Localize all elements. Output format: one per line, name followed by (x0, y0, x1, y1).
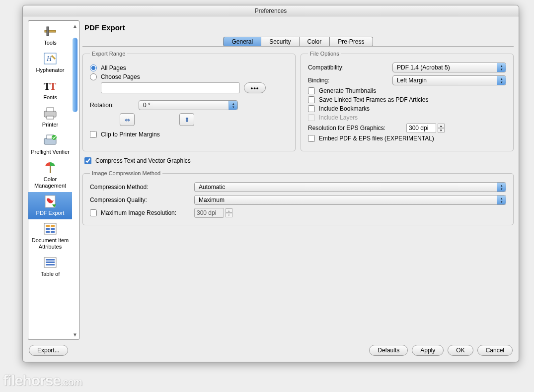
svg-rect-8 (47, 116, 54, 119)
rotation-label: Rotation: (90, 102, 135, 109)
tab-bar: General Security Color Pre-Press (82, 37, 514, 47)
clip-label: Clip to Printer Margins (101, 131, 160, 138)
tab-general[interactable]: General (223, 37, 261, 47)
sidebar-item-label: Color Management (29, 176, 71, 189)
compression-method-value: Automatic (199, 184, 225, 191)
svg-rect-17 (51, 228, 55, 230)
mirror-vertical-button[interactable]: ⇕ (179, 113, 194, 126)
tab-pre-press[interactable]: Pre-Press (330, 37, 373, 47)
sidebar-item-hyphenator[interactable]: H Hyphenator (28, 49, 72, 76)
scroll-up-arrow-icon[interactable]: ▲ (72, 23, 78, 29)
generate-thumbnails-checkbox[interactable] (308, 87, 315, 94)
compatibility-select[interactable]: PDF 1.4 (Acrobat 5) (392, 63, 506, 72)
save-linked-frames-checkbox[interactable] (308, 96, 315, 103)
main-panel: PDF Export General Security Color Pre-Pr… (82, 20, 514, 340)
file-options-group: File Options Compatibility: PDF 1.4 (Acr… (301, 51, 514, 151)
svg-rect-23 (46, 264, 55, 265)
sidebar-item-document-item-attributes[interactable]: Document Item Attributes (28, 219, 72, 253)
sidebar: Tools H Hyphenator TT Fonts (28, 20, 79, 340)
sidebar-item-fonts[interactable]: TT Fonts (28, 76, 72, 104)
all-pages-radio[interactable] (90, 65, 97, 71)
pdf-export-icon (42, 194, 59, 209)
include-layers-label: Include Layers (319, 114, 358, 121)
max-image-resolution-label: Maximum Image Resolution: (101, 209, 176, 216)
defaults-button[interactable]: Defaults (369, 345, 408, 356)
watermark-suffix: .com (61, 377, 82, 388)
eps-res-step-up[interactable]: ▴ (438, 124, 445, 128)
scroll-thumb[interactable] (73, 38, 77, 112)
sidebar-scrollbar[interactable]: ▲ ▼ (72, 23, 78, 337)
embed-pdf-eps-label: Embed PDF & EPS files (EXPERIMENTAL) (319, 135, 434, 142)
include-bookmarks-checkbox[interactable] (308, 105, 315, 112)
compression-quality-select[interactable]: Maximum (194, 195, 506, 205)
image-compression-group: Image Compression Method Compression Met… (82, 170, 514, 225)
svg-rect-7 (47, 108, 54, 112)
export-range-group: Export Range All Pages Choose Pages ••• (82, 51, 296, 151)
embed-pdf-eps-checkbox[interactable] (308, 135, 315, 142)
apply-button[interactable]: Apply (412, 345, 444, 356)
panel-heading: PDF Export (82, 20, 514, 37)
select-stepper-icon (497, 183, 506, 192)
compression-method-label: Compression Method: (90, 184, 189, 191)
svg-rect-1 (47, 27, 49, 36)
save-linked-frames-label: Save Linked Text Frames as PDF Articles (319, 96, 429, 103)
sidebar-item-preflight-verifier[interactable]: Preflight Verifier (28, 131, 72, 158)
sidebar-item-pdf-export[interactable]: PDF Export (28, 192, 72, 219)
sidebar-item-tools[interactable]: Tools (28, 22, 72, 49)
max-res-step-up: ▴ (226, 208, 232, 213)
sidebar-item-printer[interactable]: Printer (28, 104, 72, 131)
sidebar-item-label: PDF Export (36, 210, 65, 216)
select-stepper-icon (497, 63, 506, 72)
compress-text-vector-checkbox[interactable] (84, 157, 91, 164)
binding-select[interactable]: Left Margin (392, 75, 506, 85)
sidebar-item-table-of[interactable]: Table of (28, 253, 72, 280)
export-range-legend: Export Range (90, 51, 127, 57)
choose-pages-label: Choose Pages (101, 73, 140, 80)
max-image-resolution-spin: ▴ ▾ (194, 208, 506, 218)
sidebar-item-label: Document Item Attributes (29, 237, 71, 250)
pages-browse-button[interactable]: ••• (244, 82, 266, 93)
mirror-horizontal-icon: ⇔ (125, 116, 130, 124)
printer-icon (42, 106, 59, 121)
choose-pages-radio[interactable] (90, 73, 97, 80)
rotation-select[interactable]: 0 ° (139, 100, 238, 110)
svg-rect-21 (46, 259, 55, 261)
select-stepper-icon (497, 196, 506, 204)
compression-quality-label: Compression Quality: (90, 196, 189, 203)
tab-security[interactable]: Security (261, 37, 299, 47)
max-image-resolution-checkbox[interactable] (90, 209, 97, 216)
preferences-window: Preferences Tools H Hyphenato (22, 5, 519, 362)
max-image-resolution-input (194, 208, 224, 218)
eps-resolution-input[interactable] (406, 123, 436, 133)
sidebar-item-label: Printer (42, 122, 58, 128)
binding-label: Binding: (308, 77, 387, 84)
select-stepper-icon (497, 76, 506, 85)
preflight-icon (42, 133, 59, 148)
svg-rect-0 (45, 30, 56, 32)
eps-res-step-down[interactable]: ▾ (438, 128, 445, 132)
export-button[interactable]: Export... (29, 345, 68, 356)
scroll-down-arrow-icon[interactable]: ▼ (72, 331, 78, 337)
cancel-button[interactable]: Cancel (477, 345, 513, 356)
pages-input[interactable] (101, 82, 240, 93)
svg-rect-18 (46, 231, 50, 233)
compression-method-select[interactable]: Automatic (194, 182, 506, 192)
sidebar-item-color-management[interactable]: Color Management (28, 158, 72, 192)
ok-button[interactable]: OK (448, 345, 473, 356)
svg-text:T: T (50, 81, 57, 92)
svg-rect-22 (46, 261, 55, 263)
svg-rect-19 (51, 231, 55, 233)
sidebar-item-label: Tools (44, 40, 57, 46)
clip-to-printer-margins-checkbox[interactable] (90, 131, 97, 138)
compatibility-label: Compatibility: (308, 64, 387, 71)
color-management-icon (42, 160, 59, 175)
generate-thumbnails-label: Generate Thumbnails (319, 87, 376, 94)
mirror-horizontal-button[interactable]: ⇔ (120, 113, 135, 126)
fonts-icon: TT (42, 78, 59, 93)
sidebar-wrap: Tools H Hyphenator TT Fonts (28, 20, 79, 340)
compatibility-value: PDF 1.4 (Acrobat 5) (397, 64, 450, 71)
include-layers-checkbox (308, 114, 315, 121)
mirror-vertical-icon: ⇕ (184, 116, 190, 124)
rotation-value: 0 ° (143, 102, 151, 109)
tab-color[interactable]: Color (300, 37, 330, 47)
